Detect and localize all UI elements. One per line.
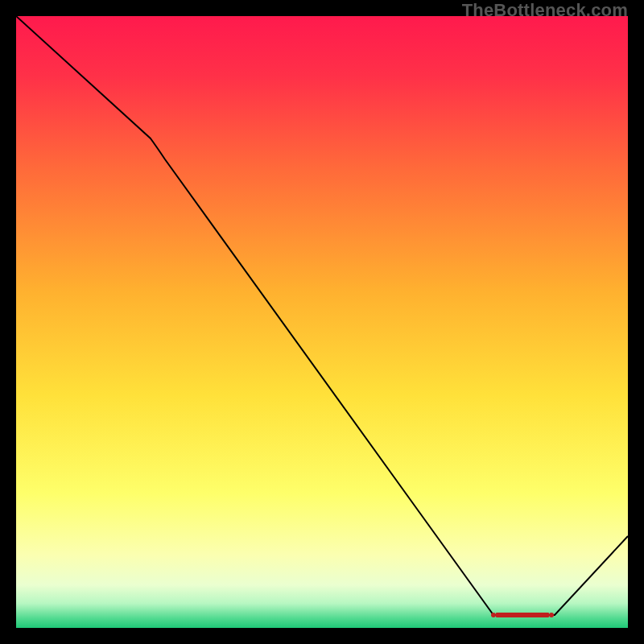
watermark-text: TheBottleneck.com: [462, 0, 628, 21]
chart-frame: TheBottleneck.com: [0, 0, 644, 644]
plot-area: [16, 16, 628, 628]
svg-rect-0: [16, 16, 628, 628]
chart-background-gradient: [16, 16, 628, 628]
